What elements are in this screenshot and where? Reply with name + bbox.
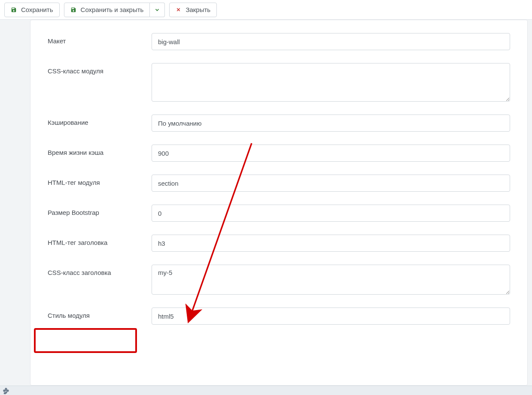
label-module-tag: HTML-тег модуля — [48, 175, 152, 186]
label-module-style: Стиль модуля — [48, 308, 152, 319]
label-bootstrap-size: Размер Bootstrap — [48, 205, 152, 216]
row-layout: Макет — [48, 33, 510, 50]
input-header-tag[interactable] — [152, 235, 510, 252]
save-close-label: Сохранить и закрыть — [81, 6, 144, 13]
input-caching[interactable] — [152, 115, 510, 132]
label-layout: Макет — [48, 33, 152, 45]
page-body: Макет CSS-класс модуля Кэширование Время… — [0, 20, 532, 386]
input-module-style[interactable] — [152, 308, 510, 325]
input-module-tag[interactable] — [152, 175, 510, 192]
row-module-style: Стиль модуля — [48, 308, 510, 325]
left-spacer — [4, 20, 26, 386]
toolbar: Сохранить Сохранить и закрыть Закрыть — [0, 0, 532, 20]
row-cache-time: Время жизни кэша — [48, 145, 510, 162]
module-settings-card: Макет CSS-класс модуля Кэширование Время… — [30, 20, 528, 386]
row-bootstrap-size: Размер Bootstrap — [48, 205, 510, 222]
row-header-class: CSS-класс заголовка my-5 — [48, 265, 510, 295]
save-icon — [70, 7, 76, 13]
save-label: Сохранить — [21, 6, 53, 13]
save-button[interactable]: Сохранить — [4, 3, 60, 17]
label-header-tag: HTML-тег заголовка — [48, 235, 152, 246]
label-caching: Кэширование — [48, 115, 152, 126]
input-cache-time[interactable] — [152, 145, 510, 162]
input-module-class[interactable] — [152, 63, 510, 102]
row-module-class: CSS-класс модуля — [48, 63, 510, 102]
label-header-class: CSS-класс заголовка — [48, 265, 152, 276]
joomla-logo-icon — [3, 387, 9, 394]
save-close-button[interactable]: Сохранить и закрыть — [64, 3, 150, 17]
label-module-class: CSS-класс модуля — [48, 63, 152, 75]
row-caching: Кэширование — [48, 115, 510, 132]
save-icon — [11, 7, 17, 13]
row-header-tag: HTML-тег заголовка — [48, 235, 510, 252]
close-icon — [176, 7, 181, 12]
close-button[interactable]: Закрыть — [169, 3, 217, 17]
annotation-highlight-box — [34, 328, 137, 353]
input-header-class[interactable]: my-5 — [152, 265, 510, 295]
statusbar — [0, 386, 532, 395]
save-close-group: Сохранить и закрыть — [64, 3, 165, 17]
input-layout[interactable] — [152, 33, 510, 50]
row-module-tag: HTML-тег модуля — [48, 175, 510, 192]
chevron-down-icon — [154, 7, 160, 13]
annotation-arrow — [172, 141, 267, 326]
label-cache-time: Время жизни кэша — [48, 145, 152, 156]
save-dropdown-button[interactable] — [150, 3, 165, 17]
input-bootstrap-size[interactable] — [152, 205, 510, 222]
close-label: Закрыть — [185, 6, 210, 13]
